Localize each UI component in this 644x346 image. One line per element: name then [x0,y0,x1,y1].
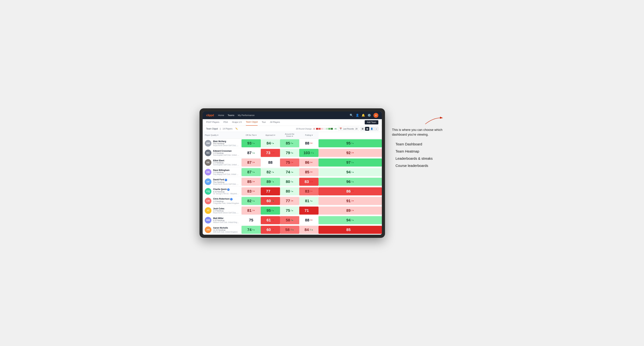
view-grid-button[interactable]: ⊞ [360,127,365,131]
nav-links: Home Teams My Performance [218,113,346,117]
score-cell-r9-c0: 74 8▲ [242,225,261,234]
team-count: 14 Players [222,128,232,130]
col-approach[interactable]: Approach ▾ [261,132,280,139]
player-info: Matt Miller 6-10 Handicap Woburn Golf Cl… [213,217,240,223]
heat-seg-6 [328,128,330,130]
table-row[interactable]: JC Josh Coles 1-5 Handicap Royal North D… [203,206,382,215]
score-cell-r0-c4: 95 9▲ [318,138,382,148]
score-cell-r8-c3: 88 2▼ [299,215,318,225]
score-cell-r2-c0: 87 3▼ [242,158,261,167]
score-change: 9▲ [252,142,255,144]
col-off-tee[interactable]: Off the Tee ▾ [242,132,261,139]
score-value: 83 [305,189,309,194]
player-name: Matt Miller [213,217,240,219]
view-user-button[interactable]: 👤 [370,127,374,131]
score-cell-r2-c2: 75 3▼ [280,158,299,167]
score-cell-r1-c3: 103 15▲ [299,148,318,158]
table-row[interactable]: DF David Ford✓ Plus Handicap Royal North… [203,177,382,186]
score-value: 85 [346,227,350,232]
score-cell-r1-c1: 73 11▼ [261,148,280,158]
verified-icon: ✓ [225,179,227,181]
score-box: 87 1▲ [242,149,261,157]
search-icon[interactable]: 🔍 [350,114,353,117]
subnav-tour[interactable]: Tour [262,119,266,126]
score-box: 80 1▲ [280,187,299,195]
score-box: 86 6▼ [299,159,318,167]
player-avatar: CR [205,198,212,204]
score-change: 4▼ [352,229,354,231]
annotation-arrow [392,115,444,126]
col-around-green[interactable]: Around the Green ▾ [280,132,299,139]
score-value: 60 [266,227,271,232]
score-value: 85 [247,179,252,184]
user-icon[interactable]: 👤 [356,114,359,117]
table-row[interactable]: DB Dave Billingham 1-5 Handicap Gog Mago… [203,167,382,177]
score-cell-r8-c0: 75 [242,215,261,225]
score-value: 88 [268,160,272,165]
player-club: Sunningdale Golf Club, United Kingdom [213,154,240,156]
nav-my-performance[interactable]: My Performance [238,113,254,117]
heat-seg-7 [331,128,333,130]
table-row[interactable]: BM Blair McHarg Plus Handicap Royal Nort… [203,138,382,148]
score-change: 2▲ [272,200,274,202]
last-rounds-button[interactable]: 📅 Last Rounds: 20 [338,127,359,131]
score-value: 93 [247,141,252,146]
player-cell-9: AN Aaron Nicholls 11-15 Handicap Drift G… [203,225,242,234]
score-cell-r7-c0: 81 3▼ [242,206,261,215]
score-cell-r2-c4: 97 5▲ [318,158,382,167]
subnav-pga[interactable]: PGA [224,119,228,126]
edit-icon[interactable]: ✏️ [235,128,238,130]
score-value: 80 [286,179,290,184]
table-row[interactable]: MM Matt Miller 6-10 Handicap Woburn Golf… [203,215,382,225]
settings-icon[interactable]: ⚙️ [368,114,371,117]
score-cell-r7-c2: 75 2▲ [280,206,299,215]
score-value: 85 [286,141,290,146]
score-value: 60 [266,199,271,203]
subnav-hcaps[interactable]: Hcaps 1-5 [232,119,242,126]
score-value: 61 [266,218,271,222]
bell-icon[interactable]: 🔔 [362,114,365,117]
score-value: 86 [305,160,309,165]
score-change: 8▲ [291,142,294,144]
score-change: 21▲ [310,229,313,231]
score-value: 77 [266,189,270,194]
player-cell-7: JC Josh Coles 1-5 Handicap Royal North D… [203,206,242,215]
view-heatmap-button[interactable]: ▦ [365,127,369,131]
col-putting[interactable]: Putting ▾ [299,132,318,139]
score-box: 97 5▲ [318,159,382,167]
player-info: Josh Coles 1-5 Handicap Royal North Devo… [213,207,240,214]
player-club: Drift Golf Club, United Kingdom [213,231,238,233]
table-row[interactable]: EC Edward Crossman 1-5 Handicap Sunningd… [203,148,382,158]
table-row[interactable]: AN Aaron Nicholls 11-15 Handicap Drift G… [203,225,382,234]
score-value: 95 [346,141,350,146]
sub-nav: PGAT Players PGA Hcaps 1-5 Team Clippd T… [203,119,382,126]
score-change: 3▼ [252,190,255,192]
score-cell-r7-c4: 89 2▼ [318,206,382,215]
score-cell-r6-c4: 91 3▼ [318,196,382,206]
subnav-all-players[interactable]: All Players [270,119,280,126]
score-cell-r4-c2: 80 3▲ [280,177,299,186]
table-header: Player Quality ▾ Off the Tee ▾ Approach … [203,132,382,139]
round-change-section: 20 Round Change -5 +5 📅 Last Ro [296,127,378,131]
score-cell-r2-c3: 86 6▼ [299,158,318,167]
add-team-button[interactable]: Add Team [365,120,378,124]
score-change: 1▼ [310,142,313,144]
nav-teams[interactable]: Teams [228,113,234,117]
subnav-team-clippd[interactable]: Team Clippd [246,119,258,126]
score-value: 87 [247,160,252,165]
subnav-pgat[interactable]: PGAT Players [206,119,219,126]
score-box: 95 8▲ [261,206,280,215]
table-row[interactable]: CR Chris Robertson✓ 1-5 Handicap Craigmi… [203,196,382,206]
table-row[interactable]: CQ Charlie Quick✓ 6-10 Handicap St. Geor… [203,186,382,196]
score-cell-r9-c3: 84 21▲ [299,225,318,234]
score-cell-r6-c2: 77 3▼ [280,196,299,206]
score-change: 1▲ [252,152,255,154]
nav-home[interactable]: Home [218,113,224,117]
view-download-button[interactable]: ↓ [374,127,378,131]
player-handicap: 6-10 Handicap [213,219,240,221]
table-row[interactable]: EE Elliot Ebert 1-5 Handicap Sunningdale… [203,158,382,167]
avatar[interactable]: U [374,113,378,118]
score-value: 74 [247,227,252,232]
score-value: 58 [286,218,290,222]
score-cell-r9-c4: 85 4▼ [318,225,382,234]
